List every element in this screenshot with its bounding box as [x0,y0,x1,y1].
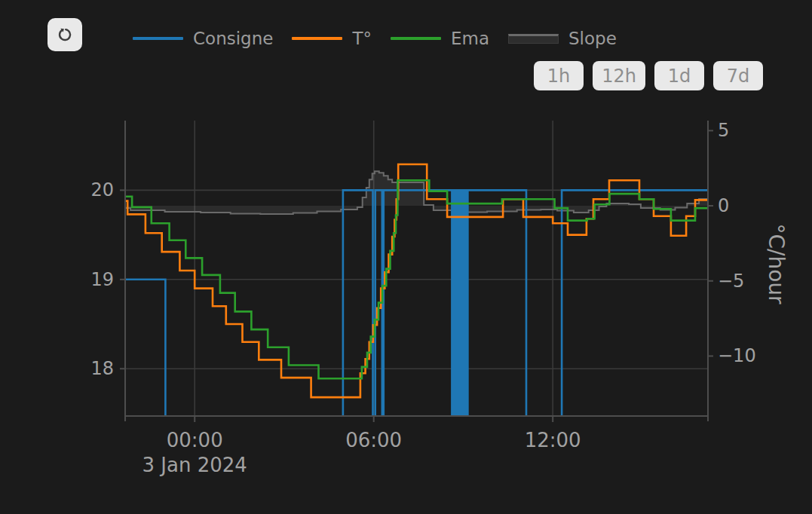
y-left-tick-label: 20 [90,179,114,200]
y-right-tick-label: −10 [718,345,756,366]
range-button-7d[interactable]: 7d [713,61,763,90]
ema-line-swatch [391,37,441,40]
range-button-1h[interactable]: 1h [534,61,584,90]
legend-item-temperature[interactable]: T° [292,28,372,49]
legend-label-slope: Slope [568,28,617,49]
x-tick-label: 00:00 [167,429,223,451]
x-tick-label: 06:00 [345,429,402,451]
legend-item-ema[interactable]: Ema [391,28,489,49]
y-right-tick-label: 0 [718,195,729,216]
x-tick-label: 12:00 [525,429,581,451]
y-right-tick-label: 5 [718,120,729,141]
legend-item-consigne[interactable]: Consigne [133,28,273,49]
consigne-line-swatch [133,37,183,40]
y-right-tick-label: −5 [718,271,744,292]
refresh-button[interactable] [47,18,82,51]
legend-label-ema: Ema [451,28,489,49]
x-axis-date-label: 3 Jan 2024 [142,454,247,476]
range-button-1d[interactable]: 1d [654,61,704,90]
y-left-tick-label: 19 [90,269,114,290]
legend: Consigne T° Ema Slope [133,28,617,49]
range-button-12h[interactable]: 12h [593,61,645,90]
dashboard: 20191850−5−1000:0006:0012:003 Jan 2024°C… [0,0,812,514]
series-slope-fill [125,171,708,214]
y-left-tick-label: 18 [90,358,114,379]
time-range-buttons: 1h 12h 1d 7d [534,61,763,90]
legend-item-slope[interactable]: Slope [508,28,617,49]
slope-area-swatch [508,34,559,44]
legend-label-consigne: Consigne [193,28,273,49]
legend-label-temperature: T° [352,28,372,49]
refresh-icon [55,25,75,44]
temperature-line-swatch [292,37,342,40]
y-right-axis-title: °C/hour [764,223,789,304]
